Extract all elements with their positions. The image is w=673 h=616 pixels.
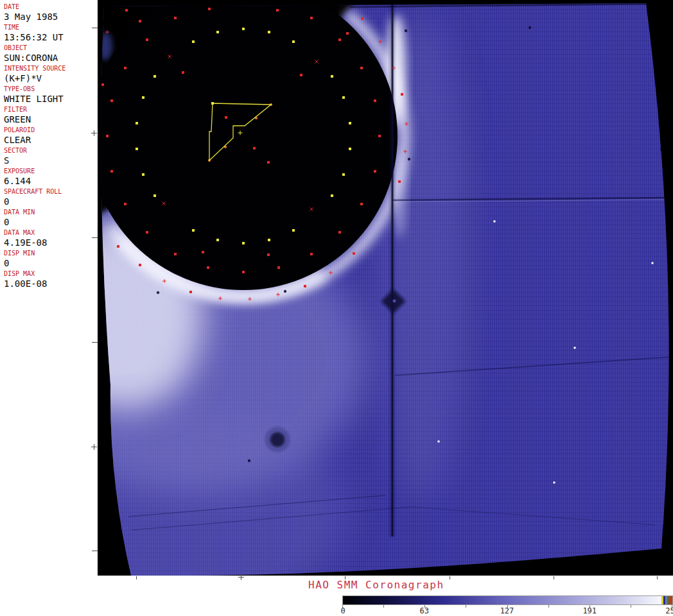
fiducial-dot-red [242, 271, 245, 273]
colorbar-label: 255 [665, 606, 673, 615]
fiducial-dot-red [208, 8, 211, 10]
fiducial-dot-red [174, 17, 177, 19]
edge-tick [554, 576, 554, 579]
edge-tick [136, 576, 137, 579]
fiducial-dot-red [110, 99, 113, 102]
fiducial-dot-red [401, 93, 403, 96]
fiducial-dot-red [353, 252, 355, 255]
edge-tick [92, 551, 98, 551]
fiducial-dot-red [338, 231, 341, 234]
fiducial-dot-yellow [292, 229, 295, 232]
fiducial-dot-red [276, 9, 279, 12]
field-value: 4.19E-08 [4, 237, 98, 249]
coronagraph-image-panel [98, 0, 673, 576]
edge-tick [450, 576, 450, 579]
edge-tick-plus [238, 574, 244, 580]
metadata-field: DATE3 May 1985 [4, 3, 98, 23]
field-value: 0 [4, 196, 98, 208]
fiducial-dot-yellow [135, 122, 138, 124]
dark-spot [408, 158, 410, 160]
image-title: HAO SMM Coronagraph [308, 579, 444, 591]
colorbar-label: 127 [500, 606, 514, 615]
corner-faint-patch [98, 32, 112, 60]
field-value: GREEN [4, 114, 98, 126]
fiducial-dot-yellow [268, 239, 270, 241]
fiducial-dot-red [378, 135, 381, 137]
star-dot [494, 221, 496, 223]
field-label: DATA MIN [4, 208, 98, 216]
metadata-field: TIME13:56:32 UT [4, 23, 98, 44]
coronagraph-image [98, 0, 673, 576]
colorbar-label: 191 [582, 606, 597, 615]
fiducial-dot-red [189, 291, 192, 293]
field-value: WHITE LIGHT [4, 93, 98, 105]
metadata-field: INTENSITY SOURCE(K+F)*V [4, 64, 98, 85]
fiducial-dot-red [174, 253, 177, 255]
fiducial-dot-red [124, 203, 127, 205]
field-value: (K+F)*V [4, 73, 98, 85]
fiducial-dot-red [146, 231, 148, 234]
fiducial-dot-yellow [331, 194, 333, 197]
dark-spot [660, 148, 663, 151]
field-label: SECTOR [4, 146, 98, 155]
fiducial-dot-red [338, 38, 341, 41]
fiducial-dot-red [225, 116, 227, 119]
edge-tick [657, 576, 658, 579]
fiducial-dot-red [361, 17, 363, 20]
field-value: 0 [4, 216, 98, 228]
edge-tick-plus [91, 130, 97, 136]
colorbar [342, 595, 673, 605]
fiducial-dot-red [124, 67, 127, 69]
fiducial-dot-red [207, 266, 209, 269]
dark-spot [248, 459, 250, 462]
field-label: TYPE-OBS [4, 85, 98, 93]
fiducial-dot-red [253, 147, 256, 150]
fiducial-dot-yellow [153, 194, 156, 197]
fiducial-dot-red [300, 74, 302, 76]
field-value: 3 May 1985 [4, 11, 98, 23]
colorbar-tick [548, 605, 549, 608]
metadata-field: TYPE-OBSWHITE LIGHT [4, 85, 98, 105]
fiducial-dot-red [374, 99, 376, 102]
footer-bar: HAO SMM Coronagraph 063127191255 [98, 576, 673, 616]
colorbar-tick [466, 605, 466, 608]
field-value: 6.144 [4, 175, 98, 187]
metadata-field: SECTORS [4, 146, 98, 167]
fiducial-dot-red [101, 83, 104, 86]
metadata-field: DATA MIN0 [4, 208, 98, 228]
fiducial-dot-yellow [292, 40, 295, 43]
fiducial-dot-red [346, 32, 349, 35]
fiducial-dot-red [146, 38, 148, 41]
fiducial-dot-red [202, 251, 204, 253]
fiducial-dot-red [277, 266, 280, 269]
fiducial-dot-yellow [142, 173, 144, 176]
dark-spot [529, 26, 531, 29]
field-label: INTENSITY SOURCE [4, 64, 98, 73]
fiducial-dot-red [106, 135, 109, 137]
fiducial-dot-yellow [242, 28, 245, 30]
photo-frame [98, 0, 673, 576]
field-label: FILTER [4, 105, 98, 114]
field-value: SUN:CORONA [4, 52, 98, 64]
fiducial-dot-yellow [192, 40, 195, 43]
field-label: DISP MAX [4, 270, 98, 278]
field-label: TIME [4, 23, 98, 31]
dark-spot [405, 30, 407, 32]
fiducial-dot-yellow [331, 75, 333, 78]
fiducial-dot-red [139, 20, 141, 22]
star-dot [652, 262, 654, 264]
fiducial-dot-yellow [135, 148, 138, 150]
fiducial-dot-red [310, 17, 313, 19]
fiducial-dot-yellow [349, 148, 351, 150]
star-dot [438, 441, 440, 443]
fiducial-dot-yellow [216, 31, 219, 33]
fiducial-dot-red [117, 245, 119, 248]
field-label: SPACECRAFT ROLL [4, 187, 98, 196]
field-label: DATE [4, 3, 98, 11]
dark-spot [284, 290, 286, 293]
colorbar-tick [631, 605, 631, 608]
metadata-field: EXPOSURE6.144 [4, 167, 98, 187]
fiducial-dot-yellow [192, 229, 195, 232]
field-value: S [4, 155, 98, 167]
colorbar-tick [383, 605, 384, 608]
